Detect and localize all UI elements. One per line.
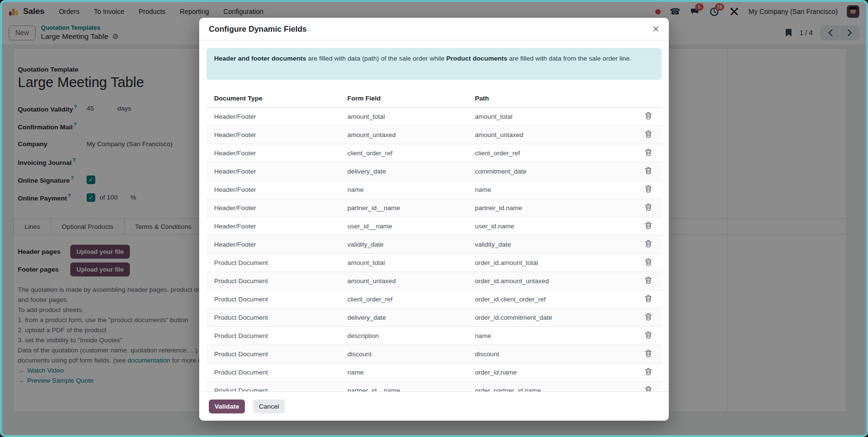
table-row[interactable]: Header/Footerpartner_id__namepartner_id.… [206, 199, 662, 217]
table-row[interactable]: Header/Footernamename [206, 181, 662, 199]
cell-path: amount_untaxed [467, 126, 635, 144]
cell-form-field: description [340, 327, 467, 345]
table-row[interactable]: Header/Footerclient_order_refclient_orde… [206, 144, 662, 162]
cell-document-type: Header/Footer [206, 108, 340, 126]
delete-row-button[interactable] [644, 385, 653, 391]
column-document-type: Document Type [206, 91, 340, 108]
dialog-body: Header and footer documents are filled w… [199, 40, 669, 391]
validate-button[interactable]: Validate [209, 400, 245, 413]
delete-row-button[interactable] [644, 184, 653, 195]
delete-row-button[interactable] [644, 312, 653, 323]
cell-form-field: client_order_ref [340, 290, 467, 309]
cell-path: amount_total [467, 108, 635, 126]
alert-bold-header-footer: Header and footer documents [214, 55, 306, 62]
cell-actions [635, 254, 662, 272]
cell-path: discount [467, 345, 635, 363]
delete-row-button[interactable] [644, 239, 653, 250]
table-row[interactable]: Product Documentpartner_id__nameorder_pa… [206, 382, 662, 392]
cell-actions [635, 199, 662, 217]
cell-form-field: name [340, 181, 467, 199]
cell-form-field: user_id__name [340, 217, 467, 236]
trash-icon [645, 368, 652, 375]
delete-row-button[interactable] [644, 294, 653, 305]
table-row[interactable]: Header/Footeruser_id__nameuser_id.name [206, 217, 662, 236]
cell-actions [635, 382, 662, 392]
column-actions [635, 91, 662, 108]
trash-icon [645, 276, 652, 284]
table-row[interactable]: Product Documentamount_totalorder_id.amo… [206, 254, 662, 272]
cell-form-field: partner_id__name [340, 382, 467, 392]
table-row[interactable]: Header/Footerdelivery_datecommitment_dat… [206, 162, 662, 181]
delete-row-button[interactable] [644, 367, 653, 378]
dialog-title: Configure Dynamic Fields [209, 25, 307, 34]
cell-path: commitment_date [467, 162, 635, 181]
table-header-row: Document Type Form Field Path [206, 91, 662, 108]
close-icon[interactable]: × [652, 23, 659, 35]
trash-icon [645, 149, 652, 156]
cell-path: order_id.name [467, 363, 635, 382]
trash-icon [645, 112, 652, 120]
table-row[interactable]: Product Documentclient_order_reforder_id… [206, 290, 662, 309]
dialog-header: Configure Dynamic Fields × [199, 18, 669, 40]
trash-icon [645, 313, 652, 321]
trash-icon [645, 350, 652, 357]
cell-document-type: Header/Footer [206, 217, 340, 236]
delete-row-button[interactable] [644, 221, 653, 232]
delete-row-button[interactable] [644, 166, 653, 177]
trash-icon [645, 331, 652, 339]
cell-path: client_order_ref [467, 144, 635, 162]
delete-row-button[interactable] [644, 275, 653, 287]
delete-row-button[interactable] [644, 148, 653, 159]
cell-document-type: Header/Footer [206, 199, 340, 217]
delete-row-button[interactable] [644, 349, 653, 360]
cell-actions [635, 144, 662, 162]
cell-actions [635, 181, 662, 199]
table-row[interactable]: Product Documentnameorder_id.name [206, 363, 662, 382]
trash-icon [645, 240, 652, 248]
cell-actions [635, 126, 662, 144]
table-row[interactable]: Product Documentamount_untaxedorder_id.a… [206, 272, 662, 290]
alert-tail-text: are filled with data from the sale order… [507, 55, 631, 62]
cell-document-type: Product Document [206, 290, 340, 309]
cell-path: order_id.amount_untaxed [467, 272, 635, 290]
cell-actions [635, 217, 662, 236]
cell-form-field: delivery_date [340, 162, 467, 181]
table-row[interactable]: Header/Footeramount_untaxedamount_untaxe… [206, 126, 662, 144]
cell-path: name [467, 327, 635, 345]
table-row[interactable]: Product Documentdescriptionname [206, 327, 662, 345]
cell-document-type: Header/Footer [206, 144, 340, 162]
cell-path: order_id.amount_total [467, 254, 635, 272]
delete-row-button[interactable] [644, 257, 653, 268]
delete-row-button[interactable] [644, 111, 653, 122]
info-alert: Header and footer documents are filled w… [206, 48, 662, 80]
cell-document-type: Product Document [206, 254, 340, 272]
cell-path: name [467, 181, 635, 199]
column-form-field: Form Field [340, 91, 467, 108]
cell-actions [635, 272, 662, 290]
cell-document-type: Product Document [206, 345, 340, 363]
trash-icon [645, 185, 652, 193]
cell-form-field: validity_date [340, 236, 467, 254]
table-row[interactable]: Header/Footervalidity_datevalidity_date [206, 236, 662, 254]
cell-document-type: Header/Footer [206, 126, 340, 144]
delete-row-button[interactable] [644, 202, 653, 213]
cell-actions [635, 290, 662, 309]
fields-table-scroll-area[interactable]: Document Type Form Field Path Header/Foo… [206, 91, 662, 391]
cancel-button[interactable]: Cancel [253, 400, 285, 413]
trash-icon [645, 222, 652, 229]
delete-row-button[interactable] [644, 129, 653, 140]
cell-form-field: amount_total [340, 108, 467, 126]
cell-path: validity_date [467, 236, 635, 254]
table-row[interactable]: Product Documentdelivery_dateorder_id.co… [206, 309, 662, 327]
table-row[interactable]: Product Documentdiscountdiscount [206, 345, 662, 363]
alert-mid-text: are filled with data (path) of the sale … [306, 55, 446, 62]
cell-actions [635, 236, 662, 254]
cell-document-type: Header/Footer [206, 162, 340, 181]
table-row[interactable]: Header/Footeramount_totalamount_total [206, 108, 662, 126]
cell-form-field: delivery_date [340, 309, 467, 327]
trash-icon [645, 258, 652, 266]
trash-icon [645, 386, 652, 391]
delete-row-button[interactable] [644, 330, 653, 341]
cell-document-type: Product Document [206, 309, 340, 327]
cell-document-type: Header/Footer [206, 236, 340, 254]
